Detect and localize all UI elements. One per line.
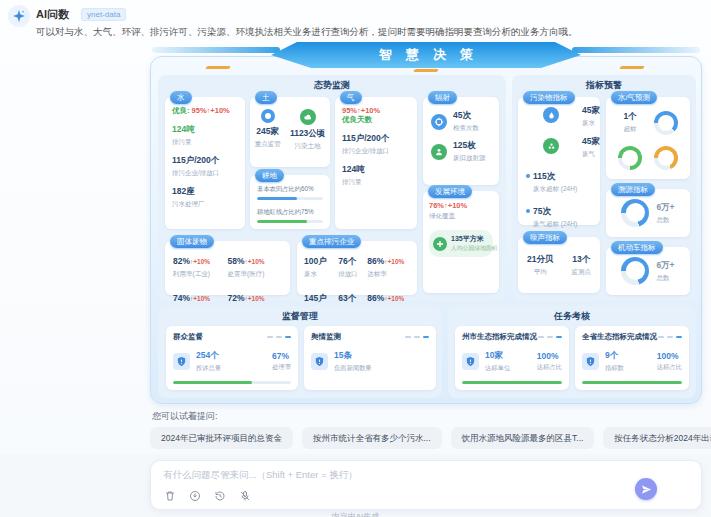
- card-tab[interactable]: [676, 336, 682, 339]
- metric-delta: ↑+10%: [384, 295, 404, 302]
- metric-label: 达标率: [367, 270, 410, 279]
- waste-gas-icon: [543, 138, 559, 154]
- stat-label: 检查次数: [453, 124, 479, 133]
- soil-badge: 土: [255, 91, 277, 104]
- water-card: 水 优良: 95%↑+10% 124吨排污量 115户/200个排污企业/排放口…: [165, 97, 245, 229]
- stat-value: 10家: [485, 350, 510, 362]
- suggestion-chip[interactable]: 按任务状态分析2024年出动执...: [603, 427, 711, 449]
- export-button[interactable]: [188, 489, 201, 502]
- stat-value: 115户/200个: [342, 133, 410, 145]
- card-tab[interactable]: [267, 336, 273, 339]
- card-title: 州市生态指标完成情况: [462, 332, 537, 342]
- message-composer: [150, 460, 702, 510]
- gauge-label: 总数: [656, 216, 674, 225]
- metric-value: 76个: [338, 256, 356, 266]
- air-card: 气 95%↑+10% 优良天数 115户/200个排污企业/排放口 124吨排污…: [335, 97, 417, 229]
- stat-label: 排污量: [172, 138, 238, 147]
- stat-label: 废气: [582, 150, 600, 159]
- history-button[interactable]: [213, 489, 226, 502]
- send-button[interactable]: [635, 478, 657, 500]
- download-icon: [189, 490, 201, 502]
- farmland-card: 耕地 基本农田占比约60% 耕地红线占比约75%: [250, 175, 330, 229]
- message-input[interactable]: [163, 469, 603, 480]
- bar-label: 耕地红线占比约75%: [257, 208, 323, 217]
- gauge-value: 6万+: [656, 260, 674, 272]
- metric-label: 处置率(医疗): [228, 270, 283, 279]
- progress-fill: [462, 381, 562, 385]
- sparkle-icon: [12, 9, 26, 23]
- progress-fill: [582, 381, 682, 385]
- banner-wing-right: [572, 47, 700, 53]
- chip-label: 人均公园绿地面积: [451, 244, 497, 253]
- metric-value: 86%: [367, 293, 384, 303]
- vehicle-indicator-card: 机动车指标 6万+总数: [606, 247, 690, 295]
- stat-value: 45家: [582, 105, 600, 117]
- card-tab[interactable]: [405, 336, 411, 339]
- stat-value: 182座: [172, 186, 238, 198]
- stat-label: 达标占比: [657, 363, 682, 372]
- green-area-chip: 135平方米人均公园绿地面积: [429, 230, 493, 257]
- stat-value: 245家: [255, 126, 281, 138]
- soil-card: 土 245家 重点监管 1123公顷 污染土地: [250, 97, 330, 167]
- stat-value: 124吨: [342, 164, 410, 176]
- air-headline-label: 优良天数: [342, 115, 410, 125]
- panel-indicator-warning: 指标预警 污染物指标 45家废水 45家废气 115次废水超标 (24H) 75…: [512, 75, 696, 301]
- card-tab[interactable]: [667, 336, 673, 339]
- stat-value: 13个: [571, 254, 591, 266]
- smart-decision-dashboard: 智慧决策 态势监测 水 优良: 95%↑+10% 124吨排污量 115户/20…: [150, 42, 702, 404]
- card-tab[interactable]: [556, 336, 562, 339]
- radiation-card: 辐射 45次检查次数 125枚废旧放射源: [423, 97, 499, 185]
- farmland-badge: 耕地: [255, 169, 284, 182]
- card-tab[interactable]: [547, 336, 553, 339]
- voice-button[interactable]: [238, 489, 251, 502]
- card-tab[interactable]: [285, 336, 291, 339]
- history-icon: [214, 490, 226, 502]
- prediction-badge: 水/气预测: [611, 91, 657, 104]
- bullet-value: 75次: [533, 206, 551, 216]
- stat-label: 负面新闻数量: [334, 364, 372, 373]
- vehicle-badge: 机动车指标: [611, 241, 663, 254]
- send-icon: [641, 484, 652, 495]
- ring-icon: [261, 109, 275, 123]
- suggestion-chip[interactable]: 2024年已审批环评项目的总资金: [150, 427, 293, 449]
- suggestion-chip[interactable]: 饮用水源地风险源最多的区县T...: [451, 427, 595, 449]
- card-tab[interactable]: [414, 336, 420, 339]
- suggestion-chip[interactable]: 按州市统计全省有多少个污水...: [302, 427, 442, 449]
- card-tab[interactable]: [276, 336, 282, 339]
- stat-value: 125枚: [453, 140, 486, 152]
- wastewater-drop-icon: [543, 107, 559, 123]
- metric-value: 58%: [228, 256, 245, 266]
- tracing-badge: 溯源指标: [611, 183, 655, 196]
- stat-value: 115户/200个: [172, 155, 238, 167]
- air-badge: 气: [340, 91, 362, 104]
- water-badge: 水: [170, 91, 192, 104]
- metric-value: 72%: [228, 293, 245, 303]
- card-tab[interactable]: [538, 336, 544, 339]
- card-title: 舆情监测: [311, 332, 341, 342]
- shield-icon: [311, 353, 328, 370]
- environment-card: 发展环境 76%↑+10% 绿化覆盖 135平方米人均公园绿地面积: [423, 191, 499, 293]
- pollutant-badge: 污染物指标: [523, 91, 575, 104]
- key-polluters-card: 重点排污企业 100户废水 76个排放口 86%↑+10%达标率 145户废气 …: [297, 241, 417, 295]
- opinion-monitoring-card: 舆情监测 15条负面新闻数量: [304, 326, 436, 390]
- progress-track: [462, 381, 562, 385]
- solid-waste-badge: 固体废物: [170, 235, 214, 248]
- cloud-icon: [300, 109, 316, 125]
- banner-tick: [413, 69, 439, 72]
- card-tab[interactable]: [658, 336, 664, 339]
- metric-delta: ↑+10%: [384, 258, 404, 265]
- metric-value: 82%: [173, 256, 190, 266]
- key-polluters-badge: 重点排污企业: [302, 235, 361, 248]
- tracing-indicator-card: 溯源指标 6万+总数: [606, 189, 690, 237]
- clear-button[interactable]: [163, 489, 176, 502]
- stat-label: 处理率: [272, 363, 291, 372]
- stat-value: 124吨: [172, 124, 238, 136]
- water-headline-value: 95%↑+10%: [192, 106, 230, 115]
- metric-value: 145户: [304, 293, 327, 303]
- water-headline-prefix: 优良:: [172, 106, 192, 115]
- progress-track: [257, 197, 323, 200]
- stat-label: 达标单位: [485, 364, 510, 373]
- env-headline-value: 76%↑+10%: [429, 201, 493, 210]
- stat-label: 指标数: [605, 364, 624, 373]
- card-tab[interactable]: [423, 336, 429, 339]
